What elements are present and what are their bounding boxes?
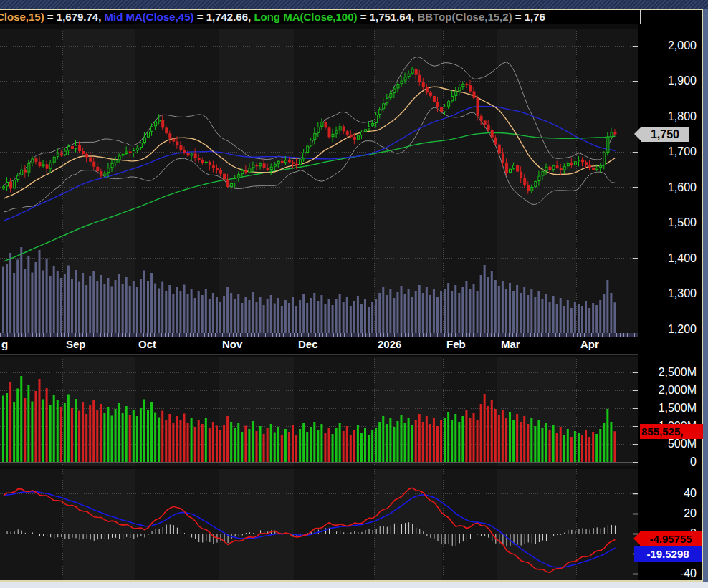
price-tick-label: 1,200 bbox=[639, 323, 697, 336]
month-label-apr: Apr bbox=[580, 337, 599, 352]
month-label-sep: Sep bbox=[66, 337, 86, 352]
price-tick-label: 2,000 bbox=[639, 39, 697, 52]
month-label-aug: g bbox=[1, 337, 8, 352]
oscillator-signal-badge: -19.5298 bbox=[634, 546, 702, 562]
price-tick-label: 1,600 bbox=[639, 181, 697, 194]
indicator-legend-bar: Close,15) = 1,679.74, Mid MA(Close,45) =… bbox=[0, 10, 702, 24]
price-tick-label: 1,500 bbox=[639, 216, 697, 229]
legend-label-bbtop: BBTop(Close,15,2) bbox=[417, 11, 512, 23]
legend-value-bbtop: = 1,76 bbox=[512, 11, 545, 23]
month-label-nov: Nov bbox=[222, 337, 242, 352]
oscillator-tick-label: 20 bbox=[639, 507, 697, 520]
legend-label-short-ma: Close,15) bbox=[0, 11, 44, 23]
volume-tick-label: 500M bbox=[639, 438, 697, 450]
price-axis-line bbox=[638, 29, 638, 580]
oscillator-tick-label: 40 bbox=[639, 487, 697, 500]
window-right-edge bbox=[703, 9, 708, 582]
window-top-edge bbox=[0, 0, 708, 9]
month-label-2026: 2026 bbox=[378, 337, 401, 352]
legend-label-mid-ma: Mid MA(Close,45) bbox=[105, 11, 194, 23]
legend-value-short-ma: = 1,679.74, bbox=[44, 11, 105, 23]
month-label-oct: Oct bbox=[138, 337, 156, 352]
oscillator-tick-label: -40 bbox=[639, 567, 697, 580]
price-tick-label: 1,400 bbox=[639, 252, 697, 265]
volume-tick-label: 2,500M bbox=[639, 366, 697, 379]
time-axis[interactable]: g Sep Oct Nov Dec 2026 Feb Mar Apr bbox=[0, 333, 638, 354]
oscillator-chart-canvas[interactable] bbox=[0, 469, 638, 580]
month-label-dec: Dec bbox=[298, 337, 318, 352]
oscillator-value-badge: -4.95755 bbox=[640, 531, 702, 546]
legend-value-mid-ma: = 1,742.66, bbox=[194, 11, 254, 23]
legend-item-mid-ma[interactable]: Mid MA(Close,45) = 1,742.66, bbox=[105, 11, 254, 23]
legend-right-divider bbox=[640, 10, 641, 24]
panel-separator-upper bbox=[0, 354, 638, 355]
legend-item-bbtop[interactable]: BBTop(Close,15,2) = 1,76 bbox=[417, 11, 545, 23]
legend-item-short-ma[interactable]: Close,15) = 1,679.74, bbox=[0, 11, 105, 23]
window-bottom-edge bbox=[0, 582, 708, 588]
volume-tick-label: 0 bbox=[639, 456, 697, 468]
last-volume-badge: 855,525, bbox=[640, 424, 703, 439]
last-price-badge: 1,750 bbox=[641, 127, 689, 142]
price-tick-label: 1,700 bbox=[639, 145, 697, 158]
month-label-feb: Feb bbox=[446, 337, 466, 352]
legend-label-long-ma: Long MA(Close,100) bbox=[254, 11, 357, 23]
panel-separator-lower[interactable] bbox=[0, 468, 702, 468]
volume-chart-canvas[interactable] bbox=[0, 357, 638, 466]
main-chart-canvas[interactable] bbox=[0, 29, 638, 333]
volume-tick-label: 2,000M bbox=[639, 384, 697, 397]
chart-application-window: Close,15) = 1,679.74, Mid MA(Close,45) =… bbox=[0, 0, 708, 588]
month-label-mar: Mar bbox=[501, 337, 520, 352]
price-tick-label: 1,800 bbox=[639, 110, 697, 123]
legend-item-long-ma[interactable]: Long MA(Close,100) = 1,751.64, bbox=[254, 11, 417, 23]
price-tick-label: 1,900 bbox=[639, 74, 697, 87]
volume-tick-label: 1,500M bbox=[639, 402, 697, 415]
price-tick-label: 1,300 bbox=[639, 287, 697, 300]
indicator-legend-text: Close,15) = 1,679.74, Mid MA(Close,45) =… bbox=[0, 10, 545, 24]
time-axis-tick-band bbox=[0, 333, 638, 337]
legend-value-long-ma: = 1,751.64, bbox=[358, 11, 418, 23]
